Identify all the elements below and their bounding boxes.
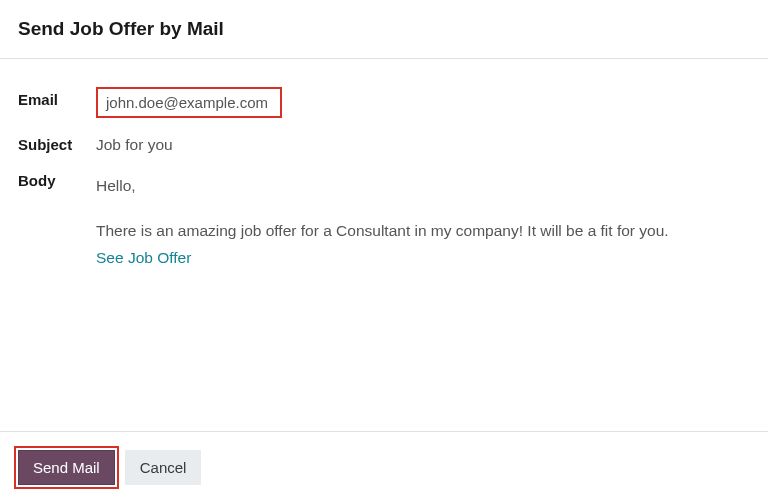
send-mail-button[interactable]: Send Mail — [18, 450, 115, 485]
send-button-highlight: Send Mail — [14, 446, 119, 489]
dialog-title: Send Job Offer by Mail — [18, 18, 750, 40]
body-greeting: Hello, — [96, 174, 750, 199]
subject-label: Subject — [18, 132, 96, 153]
body-label: Body — [18, 168, 96, 189]
subject-row: Subject Job for you — [18, 132, 750, 154]
subject-field[interactable]: Job for you — [96, 132, 750, 154]
see-job-offer-link[interactable]: See Job Offer — [96, 246, 191, 271]
email-label: Email — [18, 87, 96, 108]
email-row: Email john.doe@example.com — [18, 87, 750, 118]
body-text: There is an amazing job offer for a Cons… — [96, 219, 750, 244]
email-field[interactable]: john.doe@example.com — [96, 87, 282, 118]
dialog-header: Send Job Offer by Mail — [0, 0, 768, 58]
body-field[interactable]: Hello, There is an amazing job offer for… — [96, 168, 750, 270]
email-field-wrapper: john.doe@example.com — [96, 87, 282, 118]
cancel-button[interactable]: Cancel — [125, 450, 202, 485]
body-row: Body Hello, There is an amazing job offe… — [18, 168, 750, 270]
form-area: Email john.doe@example.com Subject Job f… — [0, 59, 768, 302]
dialog-footer: Send Mail Cancel — [0, 431, 768, 503]
